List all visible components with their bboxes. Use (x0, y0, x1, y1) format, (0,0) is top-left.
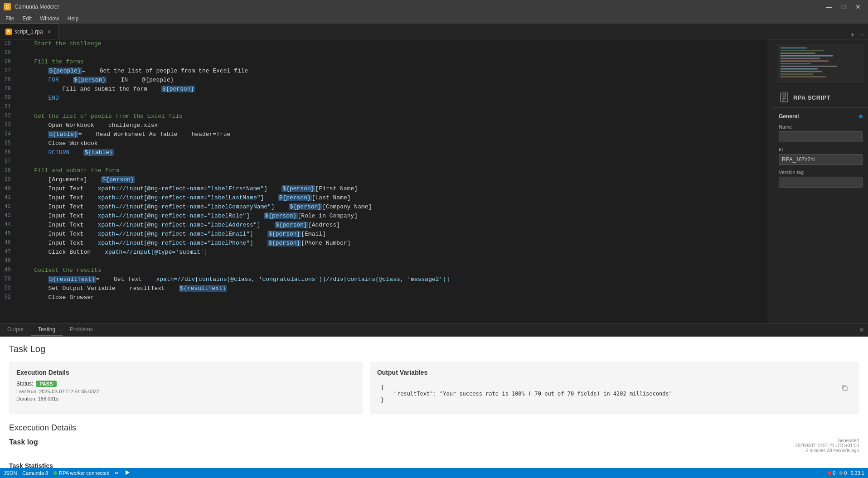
execution-details-title: Execution Details (16, 369, 355, 376)
version-label: 5.33.1 (850, 470, 864, 476)
svg-rect-3 (781, 53, 815, 54)
task-log-sub: Task log (9, 438, 38, 446)
menu-help[interactable]: Help (64, 14, 82, 23)
maximize-button[interactable]: □ (837, 2, 850, 11)
svg-point-14 (783, 94, 786, 97)
code-line-46: 46 Input Text xpath=//input[@ng-reflect-… (0, 239, 767, 248)
tab-output[interactable]: Output (0, 323, 31, 336)
code-line-43: 43 Input Text xpath=//input[@ng-reflect-… (0, 212, 767, 221)
rpa-icon (779, 92, 790, 103)
edit-icon[interactable]: ✏ (115, 470, 119, 476)
code-line-19: 19 Start the challenge (0, 39, 767, 48)
code-line-34: 34 ${table}= Read Worksheet As Table hea… (0, 130, 767, 139)
tab-script1[interactable]: R script_1.rpa × (0, 24, 59, 39)
app-icon: C (4, 3, 11, 10)
code-line-51: 51 Set Output Variable resultText ${resu… (0, 284, 767, 293)
menu-bar: File Edit Window Help (0, 14, 868, 24)
code-line-45: 45 Input Text xpath=//input[@ng-reflect-… (0, 230, 767, 239)
code-line-37: 37 (0, 157, 767, 166)
code-line-28: 28 FOR ${person} IN @{people} (0, 76, 767, 85)
svg-rect-11 (781, 73, 813, 75)
code-line-44: 44 Input Text xpath=//input[@ng-reflect-… (0, 221, 767, 230)
svg-rect-9 (781, 68, 818, 70)
thumbnail-svg (777, 43, 864, 84)
last-run: Last Run: 2025-03-07T12:51:05.032Z (16, 389, 355, 394)
copy-icon[interactable] (841, 384, 848, 393)
excecution-title: Excecution Details (9, 423, 859, 433)
engine-status: Camunda 8 (22, 470, 48, 476)
svg-rect-5 (781, 58, 820, 59)
format-status: JSON (4, 470, 17, 476)
duration: Duration: 166.031s (16, 396, 355, 401)
right-panel-general-section: General Name Id Version tag (773, 108, 868, 198)
code-line-40: 40 Input Text xpath=//input[@ng-reflect-… (0, 184, 767, 193)
error-dot (828, 471, 831, 475)
more-tabs-button[interactable]: ··· (858, 31, 864, 39)
tab-problems[interactable]: Problems (63, 323, 100, 336)
section-header: General (779, 113, 863, 120)
svg-rect-10 (781, 71, 822, 72)
generated-ago: 2 minutes 30 seconds ago (795, 448, 859, 453)
minimize-button[interactable]: — (823, 2, 835, 11)
main-layout: 19 Start the challenge 20 26 Fill the fo… (0, 39, 868, 323)
svg-rect-12 (781, 76, 826, 77)
close-button[interactable]: ✕ (852, 2, 864, 11)
version-tag-label: Version tag (779, 169, 863, 175)
tab-bar: R script_1.rpa × + ··· (0, 24, 868, 39)
execution-details-card: Execution Details Status: PASS Last Run:… (9, 362, 363, 414)
svg-rect-6 (781, 60, 829, 62)
code-line-35: 35 Close Workbook (0, 139, 767, 148)
error-count: 0 (833, 470, 835, 476)
generated-date: 20250307 13:51:21 UTC+01:00 (795, 443, 859, 448)
format-label: JSON (4, 470, 17, 476)
name-label: Name (779, 124, 863, 130)
code-line-26: 26 Fill the forms (0, 58, 767, 67)
svg-rect-17 (843, 386, 847, 391)
vertical-scrollbar[interactable] (767, 39, 773, 323)
name-input[interactable] (779, 131, 863, 142)
task-log-title: Task Log (9, 344, 859, 354)
code-line-36: 36 RETURN ${table} (0, 148, 767, 157)
status-right: 0 0 5.33.1 (828, 470, 864, 476)
json-output: { "resultText": "Your success rate is 10… (377, 381, 852, 407)
task-statistics-title: Task Statistics (9, 462, 859, 468)
new-tab-button[interactable]: + (850, 31, 854, 39)
id-label: Id (779, 147, 863, 152)
tab-icon: R (5, 29, 12, 35)
svg-rect-4 (781, 55, 833, 57)
svg-rect-7 (781, 63, 811, 64)
code-line-52: 52 Close Browser (0, 293, 767, 302)
code-editor[interactable]: 19 Start the challenge 20 26 Fill the fo… (0, 39, 767, 323)
svg-rect-8 (781, 66, 837, 67)
right-panel: RPA SCRIPT General Name Id Version tag (773, 39, 868, 323)
warning-dot (839, 471, 843, 475)
excecution-details-section: Excecution Details Task log Generated 20… (9, 423, 859, 468)
generated-label: Generated (795, 438, 859, 443)
warning-count: 0 (844, 470, 847, 476)
run-icon[interactable] (124, 469, 131, 477)
version-tag-input[interactable] (779, 177, 863, 188)
tab-testing[interactable]: Testing (31, 323, 63, 336)
svg-rect-16 (782, 100, 785, 101)
code-line-31: 31 (0, 103, 767, 112)
code-line-41: 41 Input Text xpath=//input[@ng-reflect-… (0, 193, 767, 203)
menu-edit[interactable]: Edit (19, 14, 35, 23)
worker-label: RPA worker connected (59, 470, 109, 476)
code-line-39: 39 [Arguments] ${person} (0, 175, 767, 184)
output-variables-card: Output Variables { "resultText": "Your s… (370, 362, 859, 414)
menu-window[interactable]: Window (36, 14, 63, 23)
bottom-panel-close[interactable]: ✕ (855, 324, 868, 335)
worker-status: RPA worker connected (53, 470, 109, 476)
tab-close-button[interactable]: × (46, 28, 53, 35)
right-panel-title: RPA SCRIPT (793, 94, 830, 101)
worker-dot (53, 471, 57, 475)
status-label: Status: (16, 381, 33, 387)
id-input[interactable] (779, 154, 863, 165)
thumbnail-panel (777, 43, 864, 84)
code-line-47: 47 Click Button xpath=//input[@type='sub… (0, 248, 767, 257)
menu-file[interactable]: File (2, 14, 18, 23)
app-title: Camunda Modeler (15, 4, 819, 10)
svg-rect-1 (781, 47, 807, 48)
code-line-50: 50 ${resultText}= Get Text xpath=//div[c… (0, 275, 767, 284)
tab-label: script_1.rpa (15, 29, 43, 35)
